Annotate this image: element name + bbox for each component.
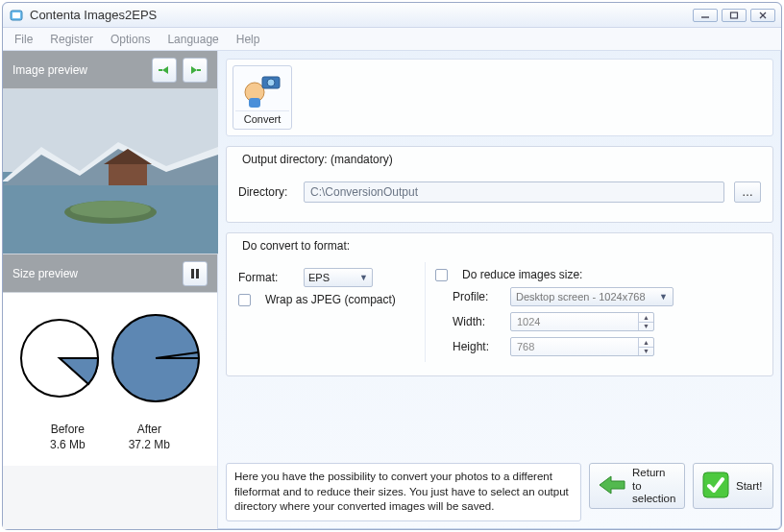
browse-button[interactable]: … xyxy=(734,181,761,203)
profile-select[interactable]: Desktop screen - 1024x768 ▼ xyxy=(510,287,674,306)
svg-marker-28 xyxy=(600,476,625,494)
start-label: Start! xyxy=(736,480,762,494)
height-label: Height: xyxy=(453,340,501,353)
width-spinner[interactable]: 1024 ▲▼ xyxy=(510,312,654,331)
svg-point-17 xyxy=(70,201,151,218)
width-label: Width: xyxy=(453,315,501,328)
chevron-down-icon: ▼ xyxy=(659,292,668,302)
pause-button[interactable] xyxy=(183,261,208,286)
profile-label: Profile: xyxy=(453,290,501,303)
profile-value: Desktop screen - 1024x768 xyxy=(516,291,646,302)
start-button[interactable]: Start! xyxy=(693,463,773,509)
height-spinner[interactable]: 768 ▲▼ xyxy=(510,337,654,356)
size-preview-title: Size preview xyxy=(12,267,175,280)
wrap-jpeg-label: Wrap as JPEG (compact) xyxy=(265,293,396,306)
menu-file[interactable]: File xyxy=(14,33,33,46)
before-label: Before xyxy=(51,423,85,436)
svg-rect-3 xyxy=(731,12,738,18)
height-value: 768 xyxy=(511,341,638,352)
window-title: Contenta Images2EPS xyxy=(30,8,693,22)
checkmark-icon xyxy=(701,471,730,502)
width-down[interactable]: ▼ xyxy=(639,322,653,331)
minimize-button[interactable] xyxy=(693,9,718,22)
format-select[interactable]: EPS ▼ xyxy=(304,268,373,287)
directory-value: C:\ConversionOutput xyxy=(310,185,418,199)
svg-rect-9 xyxy=(197,69,201,71)
convert-label: Convert xyxy=(235,110,289,127)
svg-rect-18 xyxy=(191,269,194,278)
maximize-button[interactable] xyxy=(722,9,747,22)
image-preview-header: Image preview xyxy=(3,51,217,89)
directory-input[interactable]: C:\ConversionOutput xyxy=(304,181,724,203)
format-label: Format: xyxy=(238,271,294,284)
menu-bar: File Register Options Language Help xyxy=(3,28,781,51)
convert-icon xyxy=(235,70,289,110)
after-label-block: After 37.2 Mb xyxy=(129,422,170,452)
size-preview-header: Size preview xyxy=(3,254,217,293)
before-label-block: Before 3.6 Mb xyxy=(50,422,86,452)
next-image-button[interactable] xyxy=(183,58,208,83)
output-legend: Output directory: (mandatory) xyxy=(236,153,399,166)
close-button[interactable] xyxy=(750,9,775,22)
preview-thumbnail xyxy=(3,89,218,254)
svg-rect-7 xyxy=(159,69,162,71)
reduce-size-option[interactable]: Do reduce images size: xyxy=(435,268,761,281)
height-up[interactable]: ▲ xyxy=(639,338,653,347)
after-value: 37.2 Mb xyxy=(129,438,170,451)
browse-label: … xyxy=(742,185,753,199)
directory-label: Directory: xyxy=(238,185,294,199)
svg-marker-6 xyxy=(162,66,168,74)
menu-help[interactable]: Help xyxy=(236,33,260,46)
menu-language[interactable]: Language xyxy=(167,33,218,46)
wrap-jpeg-option[interactable]: Wrap as JPEG (compact) xyxy=(238,293,411,306)
menu-options[interactable]: Options xyxy=(110,33,150,46)
toolbar: Convert xyxy=(226,59,773,136)
width-up[interactable]: ▲ xyxy=(639,313,653,322)
return-button[interactable]: Return to selection xyxy=(589,463,685,509)
pie-before xyxy=(18,317,101,399)
format-value: EPS xyxy=(308,272,330,283)
svg-rect-1 xyxy=(12,12,20,18)
svg-rect-14 xyxy=(109,164,147,185)
after-label: After xyxy=(137,423,161,436)
reduce-size-label: Do reduce images size: xyxy=(462,268,582,281)
image-preview-title: Image preview xyxy=(12,63,144,77)
return-line2: to selection xyxy=(632,480,675,505)
before-value: 3.6 Mb xyxy=(50,438,86,451)
help-text: Here you have the possibility to convert… xyxy=(226,463,581,521)
format-group: Do convert to format: Format: EPS ▼ xyxy=(226,232,773,376)
format-legend: Do convert to format: xyxy=(236,239,355,253)
output-directory-group: Output directory: (mandatory) Directory:… xyxy=(226,146,773,223)
chevron-down-icon: ▼ xyxy=(359,273,368,282)
pie-after xyxy=(110,312,202,404)
svg-marker-8 xyxy=(191,66,197,74)
width-value: 1024 xyxy=(511,316,638,327)
convert-tool[interactable]: Convert xyxy=(233,65,292,130)
title-bar: Contenta Images2EPS xyxy=(3,3,781,28)
svg-rect-19 xyxy=(196,269,199,278)
prev-image-button[interactable] xyxy=(152,58,177,83)
return-line1: Return xyxy=(632,467,666,478)
app-icon xyxy=(9,8,24,23)
arrow-left-icon xyxy=(598,474,626,498)
height-down[interactable]: ▼ xyxy=(639,347,653,356)
menu-register[interactable]: Register xyxy=(50,33,93,46)
wrap-jpeg-checkbox[interactable] xyxy=(238,294,251,306)
reduce-size-checkbox[interactable] xyxy=(435,269,448,281)
svg-rect-25 xyxy=(249,98,260,108)
svg-point-27 xyxy=(267,79,275,86)
